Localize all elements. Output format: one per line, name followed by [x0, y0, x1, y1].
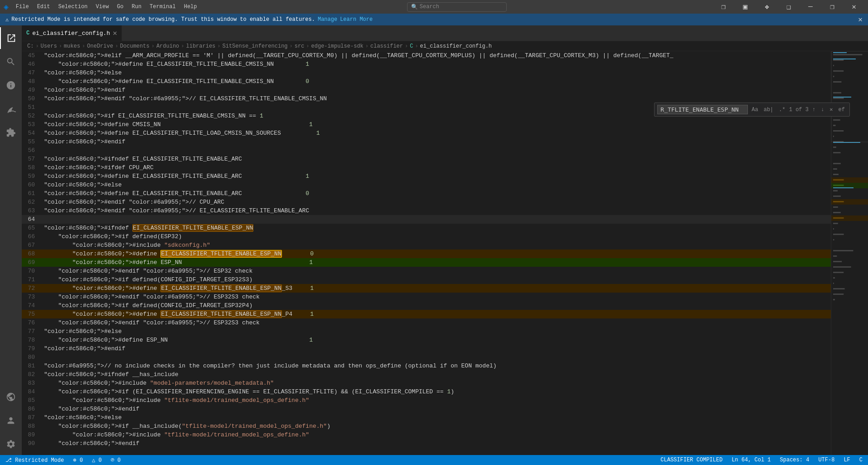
find-input[interactable] [657, 105, 748, 114]
editor-area: C ei_classifier_config.h ✕ C: › Users › … [22, 25, 868, 455]
breadcrumb-onedrive[interactable]: OneDrive [87, 43, 113, 49]
status-language[interactable]: C [858, 457, 864, 463]
activity-settings[interactable] [0, 433, 22, 455]
layout3-icon[interactable]: ❖ [756, 0, 777, 14]
line-number: 80 [22, 353, 42, 362]
code-line-71: 71 "color:#c586c0;">#if defined(CONFIG_I… [22, 275, 831, 284]
close-button[interactable]: ✕ [844, 0, 864, 14]
line-content: "color:#c586c0;">#endif [42, 86, 125, 94]
restricted-close-button[interactable]: ✕ [858, 15, 863, 24]
activity-extensions[interactable] [0, 122, 22, 143]
code-line-55: 55"color:#c586c0;">#endif [22, 137, 831, 146]
breadcrumb-sdk[interactable]: edge-impulse-sdk [311, 43, 364, 49]
status-warnings[interactable]: △ 0 [90, 457, 104, 464]
breadcrumb-users[interactable]: Users [41, 43, 57, 49]
find-close-button[interactable]: ✕ [828, 105, 834, 114]
regex-button[interactable]: .* [777, 106, 787, 114]
search-icon: 🔍 [411, 4, 418, 10]
menu-run[interactable]: Run [128, 3, 145, 11]
code-line-58: 58"color:#c586c0;">#ifdef CPU_ARC [22, 163, 831, 172]
line-number: 73 [22, 293, 42, 301]
warning-icon: ⚠ [5, 16, 9, 23]
tab-bar: C ei_classifier_config.h ✕ [22, 25, 868, 41]
status-spaces[interactable]: Spaces: 4 [778, 457, 811, 463]
minimize-button[interactable]: — [800, 0, 821, 14]
manage-link[interactable]: Manage [318, 16, 337, 23]
line-number: 65 [22, 224, 42, 232]
line-number: 53 [22, 120, 42, 129]
line-number: 86 [22, 405, 42, 413]
line-content: "color:#c586c0;">#define EI_CLASSIFIER_T… [42, 172, 309, 181]
menu-file[interactable]: File [12, 3, 33, 11]
menu-go[interactable]: Go [113, 3, 127, 11]
whole-word-button[interactable]: ab| [762, 106, 776, 114]
line-content: "color:#c586c0;">#if EI_CLASSIFIER_TFLIT… [42, 112, 263, 120]
search-label: Search [420, 4, 439, 10]
menu-selection[interactable]: Selection [54, 3, 91, 11]
status-line-ending[interactable]: LF [842, 457, 852, 463]
match-case-button[interactable]: Aa [750, 106, 760, 114]
learn-more-link[interactable]: Learn More [340, 16, 373, 23]
breadcrumb-sitsense[interactable]: SitSense_inferencing [223, 43, 288, 49]
activity-explorer[interactable] [0, 27, 22, 49]
activity-account[interactable] [0, 410, 22, 431]
code-line-83: 83 "color:#c586c0;">#include "model-para… [22, 379, 831, 387]
activity-debug[interactable] [0, 98, 22, 120]
breadcrumb-documents[interactable]: Documents [120, 43, 150, 49]
breadcrumb-c[interactable]: C [410, 43, 413, 49]
code-line-80: 80 [22, 353, 831, 362]
line-number: 71 [22, 275, 42, 284]
activity-git[interactable] [0, 74, 22, 96]
line-content: "color:#c586c0;">#ifndef EI_CLASSIFIER_T… [42, 155, 242, 163]
status-position[interactable]: Ln 64, Col 1 [730, 457, 772, 463]
breadcrumb-mukes[interactable]: mukes [64, 43, 80, 49]
find-prev-button[interactable]: ↑ [810, 106, 817, 114]
menu-view[interactable]: View [92, 3, 112, 11]
status-encoding[interactable]: UTF-8 [816, 457, 836, 463]
main-layout: C ei_classifier_config.h ✕ C: › Users › … [0, 25, 868, 455]
status-errors[interactable]: ⊗ 0 [71, 457, 85, 464]
line-number: 51 [22, 103, 42, 112]
line-number: 67 [22, 241, 42, 250]
line-content: "color:#c586c0;">#endif "color:#6a9955;"… [42, 206, 309, 215]
breadcrumb-libraries[interactable]: libraries [186, 43, 216, 49]
activity-remote[interactable] [0, 386, 22, 408]
line-number: 74 [22, 301, 42, 310]
breadcrumb-arduino[interactable]: Arduino [156, 43, 179, 49]
line-number: 85 [22, 396, 42, 405]
line-content: "color:#c586c0;">#define EI_CLASSIFIER_T… [42, 129, 320, 137]
status-branch[interactable]: ⎇ Restricted Mode [4, 457, 66, 464]
layout-icon[interactable]: ❐ [713, 0, 734, 14]
breadcrumb-classifier[interactable]: classifier [370, 43, 403, 49]
tab-ei-classifier[interactable]: C ei_classifier_config.h ✕ [22, 25, 122, 41]
line-number: 68 [22, 250, 42, 258]
code-line-82: 82"color:#c586c0;">#ifndef __has_include [22, 370, 831, 379]
code-line-70: 70 "color:#c586c0;">#endif "color:#6a995… [22, 267, 831, 275]
line-number: 59 [22, 172, 42, 181]
menu-edit[interactable]: Edit [34, 3, 54, 11]
status-info[interactable]: ℗ 0 [109, 457, 123, 464]
code-line-77: 77"color:#c586c0;">#else [22, 327, 831, 336]
layout2-icon[interactable]: ▣ [735, 0, 756, 14]
status-classifier[interactable]: CLASSIFIER COMPILED [659, 457, 724, 463]
code-line-90: 90 "color:#c586c0;">#endif [22, 439, 831, 448]
menu-help[interactable]: Help [180, 3, 201, 11]
line-number: 77 [22, 327, 42, 336]
breadcrumb-src[interactable]: src [295, 43, 305, 49]
activity-search[interactable] [0, 51, 22, 73]
line-content: "color:#c586c0;">#elif __ARM_ARCH_PROFIL… [42, 51, 674, 60]
filter-button[interactable]: ef [837, 106, 847, 114]
menu-terminal[interactable]: Terminal [146, 3, 179, 11]
line-content: "color:#c586c0;">#define CMSIS_NN 1 [42, 120, 313, 129]
tab-close-button[interactable]: ✕ [113, 29, 117, 38]
layout4-icon[interactable]: ❑ [778, 0, 799, 14]
find-next-button[interactable]: ↓ [819, 106, 826, 114]
line-content: "color:#c586c0;">#define EI_CLASSIFIER_T… [42, 60, 309, 69]
title-search-bar[interactable]: 🔍 Search [407, 2, 507, 12]
line-number: 61 [22, 189, 42, 198]
line-number: 66 [22, 232, 42, 241]
breadcrumb-drive[interactable]: C: [27, 43, 34, 49]
restore-button[interactable]: ❐ [822, 0, 843, 14]
line-content: "color:#c586c0;">#endif "color:#6a9955;"… [42, 267, 252, 275]
code-line-76: 76 "color:#c586c0;">#endif "color:#6a995… [22, 318, 831, 327]
